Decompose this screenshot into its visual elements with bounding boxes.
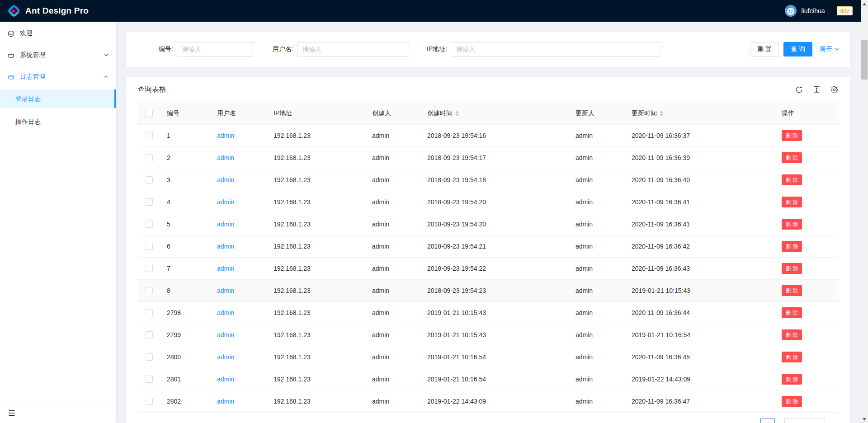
delete-button[interactable]: 删 除	[782, 197, 802, 207]
table-row: 1 admin 192.168.1.23 admin 2018-09-23 19…	[137, 124, 839, 146]
row-checkbox[interactable]	[146, 243, 153, 250]
row-checkbox[interactable]	[146, 132, 153, 139]
logo[interactable]: Ant Design Pro	[7, 4, 89, 18]
sidebar-item-label: 日志管理	[20, 73, 104, 81]
chevron-down-icon	[835, 47, 839, 52]
row-checkbox[interactable]	[146, 287, 153, 294]
scrollbar-up-arrow[interactable]	[861, 0, 868, 8]
select-all-checkbox[interactable]	[146, 110, 153, 117]
column-header-creator: 创建人	[365, 103, 420, 124]
row-checkbox[interactable]	[146, 309, 153, 316]
sidebar-item-label: 操作日志	[15, 118, 41, 126]
delete-button[interactable]: 删 除	[782, 241, 802, 252]
delete-button[interactable]: 删 除	[782, 352, 802, 362]
username-link[interactable]: admin	[217, 287, 234, 294]
column-header-create-time[interactable]: 创建时间	[420, 103, 568, 124]
row-checkbox[interactable]	[146, 331, 153, 338]
sidebar-item-label: 欢迎	[20, 29, 108, 38]
sidebar-item-system-management[interactable]: 系统管理	[0, 46, 116, 64]
username-link[interactable]: admin	[217, 265, 234, 272]
vertical-scrollbar[interactable]	[861, 0, 868, 423]
username-field-label: 用户名:	[257, 45, 297, 53]
row-checkbox[interactable]	[146, 221, 153, 228]
row-checkbox[interactable]	[146, 198, 153, 206]
user-name[interactable]: liufeihua	[801, 7, 825, 14]
settings-icon[interactable]	[830, 86, 838, 94]
column-header-updater: 更新人	[568, 103, 624, 124]
scrollbar-thumb[interactable]	[861, 40, 868, 80]
table-row: 2 admin 192.168.1.23 admin 2018-09-23 19…	[137, 146, 839, 169]
filter-buttons: 重 置 查 询 展开	[750, 42, 839, 56]
delete-button[interactable]: 删 除	[782, 329, 802, 340]
delete-button[interactable]: 删 除	[782, 285, 802, 296]
sidebar: 欢迎 系统管理 日志管理 登录日志 操作日志	[0, 22, 116, 423]
pagination-size-select[interactable]	[784, 418, 825, 423]
env-tag: dev	[837, 6, 853, 15]
table-row: 2799 admin 192.168.1.23 admin 2019-01-21…	[137, 324, 839, 346]
username-link[interactable]: admin	[217, 154, 234, 161]
query-button[interactable]: 查 询	[783, 42, 812, 56]
pagination-current-page[interactable]	[760, 418, 775, 423]
username-link[interactable]: admin	[217, 198, 234, 206]
table-body: 1 admin 192.168.1.23 admin 2018-09-23 19…	[137, 124, 839, 412]
username-link[interactable]: admin	[217, 243, 234, 250]
sidebar-item-log-management[interactable]: 日志管理	[0, 68, 116, 86]
menu-fold-icon[interactable]	[8, 409, 15, 417]
username-link[interactable]: admin	[217, 132, 234, 139]
username-link[interactable]: admin	[217, 176, 234, 183]
sidebar-item-operation-log[interactable]: 操作日志	[0, 113, 116, 131]
delete-button[interactable]: 删 除	[782, 219, 802, 230]
chevron-up-icon	[104, 75, 108, 79]
reset-button[interactable]: 重 置	[750, 42, 779, 56]
column-header-update-time[interactable]: 更新时间	[624, 103, 774, 124]
crown-icon	[8, 52, 14, 59]
delete-button[interactable]: 删 除	[782, 152, 802, 163]
table-row: 2801 admin 192.168.1.23 admin 2019-01-21…	[137, 368, 839, 390]
ip-field-label: IP地址:	[411, 45, 451, 53]
table-row: 3 admin 192.168.1.23 admin 2018-09-23 19…	[137, 169, 839, 191]
row-checkbox[interactable]	[146, 154, 153, 161]
username-link[interactable]: admin	[217, 398, 234, 405]
column-header-ip: IP地址	[266, 103, 365, 124]
column-header-actions: 操作	[774, 103, 839, 124]
query-table: 编号 用户名 IP地址 创建人 创建时间 更新人 更新时间	[137, 103, 839, 413]
username-link[interactable]: admin	[217, 376, 234, 383]
ip-input[interactable]	[451, 42, 661, 56]
delete-button[interactable]: 删 除	[782, 307, 802, 318]
table-row: 8 admin 192.168.1.23 admin 2018-09-23 19…	[137, 279, 839, 301]
table-row: 5 admin 192.168.1.23 admin 2018-09-23 19…	[137, 213, 839, 235]
header-user-area: liufeihua dev	[785, 5, 853, 17]
sidebar-item-login-log[interactable]: 登录日志	[0, 89, 116, 108]
reload-icon[interactable]	[795, 86, 803, 94]
scrollbar-down-arrow[interactable]	[861, 415, 868, 423]
filter-field-ip: IP地址:	[411, 42, 661, 56]
username-link[interactable]: admin	[217, 221, 234, 228]
sort-icon[interactable]	[455, 111, 459, 116]
row-checkbox[interactable]	[146, 376, 153, 383]
delete-button[interactable]: 删 除	[782, 374, 802, 385]
column-header-username: 用户名	[210, 103, 266, 124]
row-checkbox[interactable]	[146, 398, 153, 405]
delete-button[interactable]: 删 除	[782, 174, 802, 185]
row-checkbox[interactable]	[146, 176, 153, 183]
delete-button[interactable]: 删 除	[782, 263, 802, 274]
expand-link[interactable]: 展开	[820, 45, 839, 53]
table-row: 2800 admin 192.168.1.23 admin 2019-01-21…	[137, 346, 839, 368]
number-input[interactable]	[177, 42, 254, 56]
username-link[interactable]: admin	[217, 353, 234, 361]
delete-button[interactable]: 删 除	[782, 130, 802, 141]
column-height-icon[interactable]	[813, 86, 821, 94]
row-checkbox[interactable]	[146, 265, 153, 272]
filter-card: 编号: 用户名: IP地址: 重 置 查 询 展开	[127, 32, 850, 67]
username-link[interactable]: admin	[217, 309, 234, 316]
table-row: 2802 admin 192.168.1.23 admin 2019-01-22…	[137, 390, 839, 412]
row-checkbox[interactable]	[146, 353, 153, 361]
sort-icon[interactable]	[660, 111, 663, 116]
username-input[interactable]	[297, 42, 409, 56]
delete-button[interactable]: 删 除	[782, 396, 802, 407]
username-link[interactable]: admin	[217, 331, 234, 338]
user-avatar[interactable]	[785, 5, 797, 17]
table-toolbar	[795, 86, 838, 94]
pagination	[137, 418, 839, 423]
sidebar-item-welcome[interactable]: 欢迎	[0, 24, 116, 42]
